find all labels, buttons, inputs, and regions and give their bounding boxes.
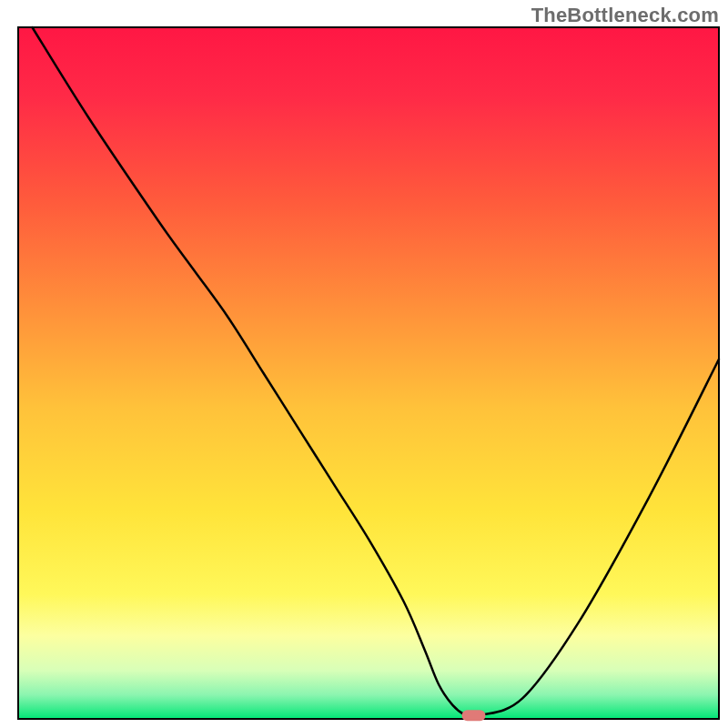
watermark-text: TheBottleneck.com bbox=[531, 4, 719, 27]
chart-container: TheBottleneck.com bbox=[0, 0, 728, 728]
optimum-marker bbox=[462, 710, 486, 721]
plot-background bbox=[18, 27, 719, 719]
bottleneck-chart bbox=[0, 0, 728, 728]
